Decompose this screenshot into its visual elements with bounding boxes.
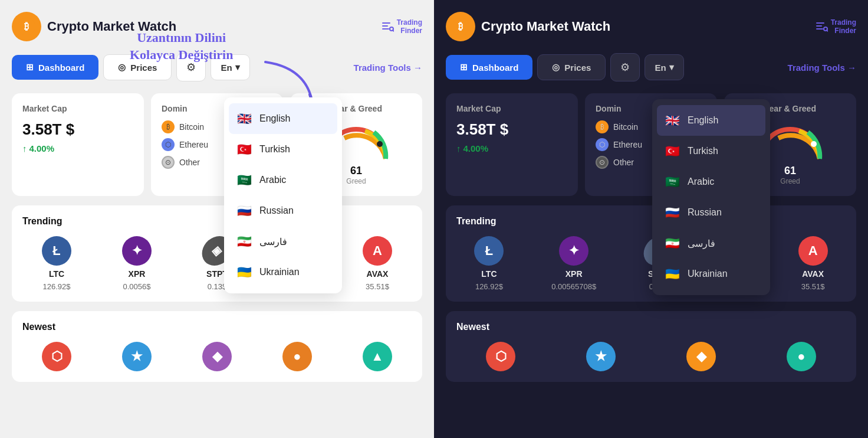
right-market-cap-change: ↑ 4.00% xyxy=(456,143,567,153)
right-trading-finder-label: TradingFinder xyxy=(831,18,856,35)
left-lang-farsi[interactable]: 🇮🇷 فارسی xyxy=(224,226,342,257)
right-gauge-label: Greed xyxy=(780,177,800,185)
right-newest-coin-2: ★ xyxy=(586,342,616,371)
right-lang-chevron-icon: ▾ xyxy=(669,62,674,73)
left-english-label: English xyxy=(259,113,290,124)
right-ukrainian-flag-icon: 🇺🇦 xyxy=(664,266,680,282)
left-dashboard-button[interactable]: ⊞ Dashboard xyxy=(12,55,98,80)
right-lang-farsi[interactable]: 🇮🇷 فارسی xyxy=(652,228,770,259)
left-navbar: ⊞ Dashboard ◎ Prices ⚙ En ▾ Trading Tool… xyxy=(12,53,422,81)
svg-rect-3 xyxy=(382,25,388,27)
right-gauge-value: 61 xyxy=(784,165,796,177)
ethereum-dom-icon: ⬡ xyxy=(162,138,175,151)
right-lang-english[interactable]: 🇬🇧 English xyxy=(657,105,765,136)
svg-point-7 xyxy=(377,141,383,147)
right-lang-russian[interactable]: 🇷🇺 Russian xyxy=(652,197,770,228)
right-farsi-flag-icon: 🇮🇷 xyxy=(664,235,680,251)
right-panel: ₿ Crypto Market Watch TradingFinder ⊞ Da… xyxy=(434,0,868,438)
right-newest-coin-1: ⬡ xyxy=(486,342,515,371)
right-logo-area: ₿ Crypto Market Watch xyxy=(446,12,610,41)
left-newest-title: Newest xyxy=(22,322,412,332)
right-arabic-label: Arabic xyxy=(688,176,714,187)
right-trending-row: Ł LTC 126.92$ ✦ XPR 0.00565708$ ◈ STPT 0… xyxy=(456,236,846,291)
left-ukrainian-label: Ukrainian xyxy=(259,267,300,277)
right-cards-row: Market Cap 3.58T $ ↑ 4.00% Domin ₿ Bitco… xyxy=(446,93,856,196)
right-ethereum-dom-icon: ⬡ xyxy=(596,138,609,151)
newest-coin2-icon: ★ xyxy=(122,342,152,371)
left-trading-finder-icon xyxy=(381,20,394,33)
right-ltc-icon: Ł xyxy=(474,236,504,266)
svg-rect-11 xyxy=(816,25,822,27)
right-trading-tools-label: Trading Tools → xyxy=(788,63,856,73)
right-english-label: English xyxy=(688,115,718,126)
right-trading-tools-link[interactable]: Trading Tools → xyxy=(788,63,856,73)
dashboard-icon: ⊞ xyxy=(26,62,34,73)
right-trading-finder-icon xyxy=(815,20,828,33)
svg-line-6 xyxy=(393,30,394,31)
left-lang-label: En xyxy=(221,63,232,73)
right-coin-xpr: ✦ XPR 0.00565708$ xyxy=(551,236,596,291)
right-market-cap-title: Market Cap xyxy=(456,104,567,113)
settings-gear-icon: ⚙ xyxy=(186,61,196,73)
right-arabic-flag-icon: 🇸🇦 xyxy=(664,174,680,190)
left-trading-finder: TradingFinder xyxy=(381,18,422,35)
left-logo-icon: ₿ xyxy=(12,12,41,41)
svg-rect-4 xyxy=(382,28,389,30)
right-xpr-icon: ✦ xyxy=(559,236,588,266)
left-lang-turkish[interactable]: 🇹🇷 Turkish xyxy=(224,134,342,165)
left-header: ₿ Crypto Market Watch TradingFinder xyxy=(12,12,422,41)
right-navbar: ⊞ Dashboard ◎ Prices ⚙ En ▾ Trading Tool… xyxy=(446,53,856,81)
right-market-cap-card: Market Cap 3.58T $ ↑ 4.00% xyxy=(446,93,578,196)
left-trending-card: Trending Ł LTC 126.92$ ✦ XPR 0.0056$ ◈ S… xyxy=(12,205,422,302)
left-lang-arabic[interactable]: 🇸🇦 Arabic xyxy=(224,165,342,195)
right-bitcoin-dom-icon: ₿ xyxy=(596,120,609,133)
svg-rect-12 xyxy=(816,28,823,30)
right-dashboard-button[interactable]: ⊞ Dashboard xyxy=(446,55,532,80)
right-turkish-label: Turkish xyxy=(688,146,718,156)
right-newest-title: Newest xyxy=(456,322,846,332)
left-russian-label: Russian xyxy=(259,205,294,216)
left-turkish-label: Turkish xyxy=(259,144,290,155)
left-settings-button[interactable]: ⚙ xyxy=(176,53,206,81)
right-dashboard-label: Dashboard xyxy=(472,63,518,73)
right-up-arrow-icon: ↑ xyxy=(456,143,461,153)
left-newest-coin-5: ▲ xyxy=(363,342,392,371)
right-market-cap-value: 3.58T $ xyxy=(456,120,567,139)
left-language-dropdown: 🇬🇧 English 🇹🇷 Turkish 🇸🇦 Arabic 🇷🇺 Russi… xyxy=(224,97,342,293)
right-prices-button[interactable]: ◎ Prices xyxy=(537,54,606,80)
left-lang-russian[interactable]: 🇷🇺 Russian xyxy=(224,195,342,226)
farsi-flag-icon: 🇮🇷 xyxy=(236,233,252,250)
right-newest-card: Newest ⬡ ★ ◆ ● xyxy=(446,311,856,382)
newest-coin3-icon: ◆ xyxy=(202,342,232,371)
right-lang-arabic[interactable]: 🇸🇦 Arabic xyxy=(652,166,770,197)
right-lang-button[interactable]: En ▾ xyxy=(645,54,683,80)
left-panel: Uzantının Dilini Kolayca Değiştirin ₿ Cr… xyxy=(0,0,434,438)
left-lang-english[interactable]: 🇬🇧 English xyxy=(229,103,337,134)
left-prices-label: Prices xyxy=(130,63,157,73)
left-gauge-label: Greed xyxy=(346,177,366,185)
left-lang-ukrainian[interactable]: 🇺🇦 Ukrainian xyxy=(224,257,342,287)
right-turkish-flag-icon: 🇹🇷 xyxy=(664,143,680,159)
right-language-dropdown: 🇬🇧 English 🇹🇷 Turkish 🇸🇦 Arabic 🇷🇺 Russi… xyxy=(652,99,770,295)
right-lang-turkish[interactable]: 🇹🇷 Turkish xyxy=(652,136,770,166)
svg-rect-10 xyxy=(816,22,824,24)
right-lang-ukrainian[interactable]: 🇺🇦 Ukrainian xyxy=(652,259,770,289)
right-avax-icon: A xyxy=(798,236,828,266)
right-newest-coin3-icon: ◆ xyxy=(686,342,716,371)
left-newest-coin-4: ● xyxy=(282,342,312,371)
left-prices-button[interactable]: ◎ Prices xyxy=(103,54,172,80)
right-ukrainian-label: Ukrainian xyxy=(688,269,728,279)
right-app-title: Crypto Market Watch xyxy=(481,19,610,34)
left-market-cap-title: Market Cap xyxy=(22,104,133,113)
left-lang-button[interactable]: En ▾ xyxy=(211,54,249,80)
left-lang-chevron-icon: ▾ xyxy=(235,62,240,73)
right-newest-row: ⬡ ★ ◆ ● xyxy=(456,342,846,371)
right-trading-finder: TradingFinder xyxy=(815,18,856,35)
right-coin-avax: A AVAX 35.51$ xyxy=(798,236,828,291)
right-settings-button[interactable]: ⚙ xyxy=(610,53,640,81)
xpr-icon: ✦ xyxy=(122,236,152,266)
left-newest-coin-1: ⬡ xyxy=(42,342,71,371)
ltc-icon: Ł xyxy=(42,236,71,266)
left-newest-card: Newest ⬡ ★ ◆ ● ▲ xyxy=(12,311,422,382)
left-trading-tools-link[interactable]: Trading Tools → xyxy=(354,63,422,73)
